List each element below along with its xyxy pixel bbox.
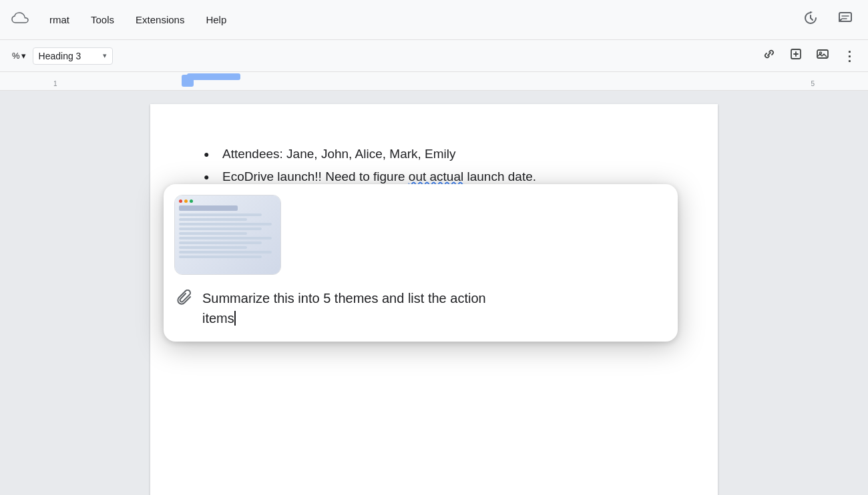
zoom-percent: % <box>12 51 20 61</box>
toolbar: % ▾ Heading 3 ▾ ⋮ <box>0 40 868 72</box>
ai-prompt-line2: items <box>202 311 234 326</box>
toolbar-left: % ▾ Heading 3 ▾ <box>8 47 113 65</box>
top-bar-left: rmat Tools Extensions Help <box>11 11 230 29</box>
ai-prompt-text: Summarize this into 5 themes and list th… <box>202 288 486 328</box>
menu-items: rmat Tools Extensions Help <box>45 11 230 28</box>
menu-tools[interactable]: Tools <box>87 11 118 28</box>
ai-prompt[interactable]: Summarize this into 5 themes and list th… <box>202 288 486 328</box>
heading-chevron: ▾ <box>103 51 107 60</box>
ai-thumbnail <box>174 195 281 275</box>
history-icon[interactable] <box>799 6 823 34</box>
thumbnail-inner <box>175 195 280 274</box>
image-button[interactable] <box>812 43 833 68</box>
menu-format[interactable]: rmat <box>45 11 73 28</box>
ai-popup-bottom: Summarize this into 5 themes and list th… <box>164 283 678 342</box>
wavy-text: out actual <box>409 169 463 183</box>
thumb-line <box>179 218 247 221</box>
thumb-header-line <box>179 205 238 211</box>
comment-icon[interactable] <box>833 6 857 34</box>
thumb-line <box>179 232 247 235</box>
thumb-dot-red <box>179 199 182 203</box>
ruler-num-5: 5 <box>811 80 815 87</box>
thumb-line <box>179 237 272 239</box>
thumb-line <box>179 213 262 216</box>
menu-extensions[interactable]: Extensions <box>132 11 188 28</box>
ruler: 1 5 <box>0 72 868 91</box>
link-button[interactable] <box>758 43 780 68</box>
top-bar: rmat Tools Extensions Help <box>0 0 868 40</box>
cloud-icon <box>11 11 29 29</box>
zoom-chevron: ▾ <box>21 51 26 61</box>
zoom-selector[interactable]: % ▾ <box>8 48 30 63</box>
more-button[interactable]: ⋮ <box>839 44 860 68</box>
text-cursor <box>234 311 236 326</box>
ai-popup[interactable]: Summarize this into 5 themes and list th… <box>164 184 678 342</box>
paperclip-icon <box>177 290 194 312</box>
top-bar-right <box>799 6 857 34</box>
ai-popup-text-area <box>292 184 678 195</box>
thumb-line <box>179 246 247 249</box>
thumb-dot-green <box>190 199 193 203</box>
thumb-line <box>179 241 262 244</box>
thumb-line <box>179 227 262 230</box>
ai-prompt-line1: Summarize this into 5 themes and list th… <box>202 291 486 306</box>
ruler-num-1: 1 <box>53 80 57 87</box>
heading-label: Heading 3 <box>39 51 81 61</box>
thumb-line <box>179 223 272 225</box>
heading-selector[interactable]: Heading 3 ▾ <box>33 47 113 65</box>
menu-help[interactable]: Help <box>202 11 230 28</box>
thumb-line <box>179 256 262 258</box>
ai-popup-top <box>164 184 678 283</box>
thumb-dots <box>179 199 276 203</box>
thumb-dot-yellow <box>184 199 188 203</box>
ruler-indent-marker[interactable] <box>187 73 240 80</box>
insert-button[interactable] <box>785 43 807 68</box>
doc-area: Attendees: Jane, John, Alice, Mark, Emil… <box>0 91 868 495</box>
toolbar-right: ⋮ <box>758 43 860 68</box>
thumb-line <box>179 251 272 254</box>
list-item: Attendees: Jane, John, Alice, Mark, Emil… <box>204 144 664 164</box>
